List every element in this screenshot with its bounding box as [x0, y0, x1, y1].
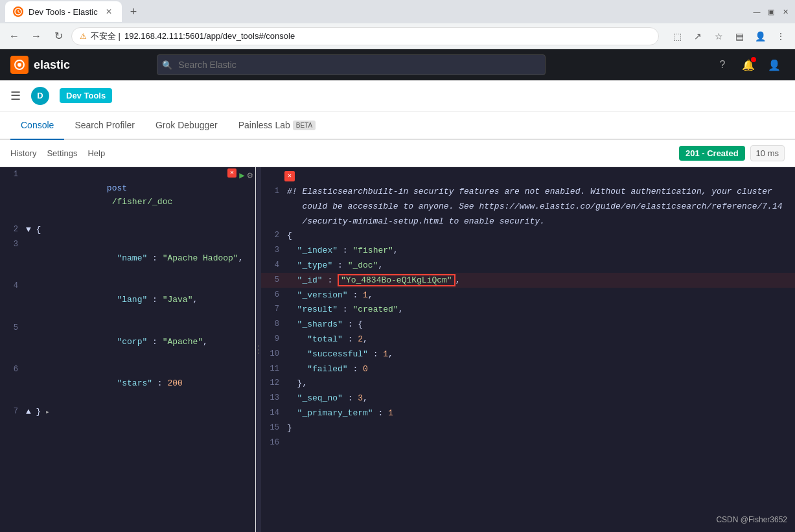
settings-button[interactable]: Settings — [47, 148, 77, 158]
notification-badge — [751, 57, 756, 62]
address-bar-icons: ⬚ ↗ ☆ ▤ 👤 ⋮ — [668, 27, 790, 45]
code-line-1: 1 post /fisher/_doc ✕ ▶ ⚙ — [0, 167, 255, 222]
elastic-icon — [10, 56, 29, 74]
code-line-7: 7 ▲ } ▸ — [0, 404, 255, 419]
url-bar[interactable]: ⚠ 不安全 | 192.168.42.111:5601/app/dev_tool… — [71, 27, 659, 45]
notifications-icon[interactable]: 🔔 — [738, 54, 759, 75]
tab-console[interactable]: Console — [10, 111, 64, 140]
code-line-2: 2 ▼ { — [0, 222, 255, 237]
response-error-icon: ✕ — [284, 171, 295, 181]
id-value-highlight: "Yo_4834Bo-eQ1KgLiQcm" — [338, 274, 455, 286]
resp-line-7: 7 "result" : "created", — [261, 302, 795, 317]
response-editor: ✕ 1 #! Elasticsearchbuilt-in security fe… — [261, 167, 795, 532]
resp-line-16: 16 — [261, 435, 795, 450]
resp-line-10: 10 "successful" : 1, — [261, 347, 795, 362]
resp-line-2: 2 { — [261, 228, 795, 243]
maximize-button[interactable]: ▣ — [766, 7, 776, 16]
help-button[interactable]: Help — [87, 148, 105, 158]
resp-line-1c: /security-minimal-setup.html to enable s… — [261, 214, 795, 229]
resp-line-13: 13 "_seq_no" : 3, — [261, 391, 795, 406]
toolbar-left: History Settings Help — [10, 148, 105, 158]
tab-painless-lab[interactable]: Painless Lab BETA — [228, 111, 327, 140]
back-button[interactable]: ← — [5, 27, 23, 45]
help-icon[interactable]: ? — [712, 54, 733, 75]
history-button[interactable]: History — [10, 148, 36, 158]
search-input[interactable] — [157, 54, 546, 75]
sidebar-toggle-button[interactable]: ☰ — [10, 89, 21, 103]
response-code-editor[interactable]: 1 #! Elasticsearchbuilt-in security feat… — [261, 184, 795, 532]
url-prefix: 不安全 | — [91, 30, 121, 42]
address-bar: ← → ↻ ⚠ 不安全 | 192.168.42.111:5601/app/de… — [0, 23, 795, 49]
status-badge: 201 - Created — [679, 146, 745, 161]
ms-badge: 10 ms — [750, 145, 785, 161]
profile-icon[interactable]: 👤 — [751, 27, 769, 45]
editors: 1 post /fisher/_doc ✕ ▶ ⚙ — [0, 167, 795, 532]
app-badge: Dev Tools — [60, 88, 112, 103]
forward-button[interactable]: → — [27, 27, 45, 45]
new-tab-button[interactable]: + — [124, 3, 143, 21]
console-area: History Settings Help 201 - Created 10 m… — [0, 140, 795, 532]
watermark: CSDN @Fisher3652 — [716, 515, 787, 524]
screen-capture-icon[interactable]: ⬚ — [668, 27, 686, 45]
panel-divider[interactable]: ⋮ — [256, 167, 261, 532]
dev-tools-tabs: Console Search Profiler Grok Debugger Pa… — [0, 111, 795, 140]
refresh-button[interactable]: ↻ — [49, 27, 67, 45]
resp-line-9: 9 "total" : 2, — [261, 332, 795, 347]
run-button[interactable]: ▶ — [239, 168, 244, 183]
request-code-editor[interactable]: 1 post /fisher/_doc ✕ ▶ ⚙ — [0, 167, 255, 532]
top-nav-icons: ? 🔔 👤 — [712, 54, 785, 75]
tab-close-button[interactable]: ✕ — [104, 6, 114, 17]
resp-line-1: 1 #! Elasticsearchbuilt-in security feat… — [261, 184, 795, 199]
tab-grok-debugger[interactable]: Grok Debugger — [145, 111, 228, 140]
resp-line-11: 11 "failed" : 0 — [261, 362, 795, 376]
beta-badge: BETA — [293, 121, 316, 130]
resp-line-4: 4 "_type" : "_doc", — [261, 258, 795, 273]
top-navigation: elastic 🔍 ? 🔔 👤 — [0, 49, 795, 80]
security-icon: ⚠ — [80, 32, 87, 41]
app: elastic 🔍 ? 🔔 👤 ☰ D Dev Tools — [0, 49, 795, 532]
resp-line-14: 14 "_primary_term" : 1 — [261, 406, 795, 421]
svg-point-2 — [17, 63, 21, 67]
menu-icon[interactable]: ⋮ — [772, 27, 790, 45]
d-avatar: D — [31, 87, 49, 105]
code-line-3: 3 "name" : "Apache Hadoop", — [0, 237, 255, 279]
elastic-wordmark: elastic — [34, 58, 70, 72]
url-text: 192.168.42.111:5601/app/dev_tools#/conso… — [124, 31, 295, 41]
code-line-4: 4 "lang" : "Java", — [0, 279, 255, 320]
tab-title: Dev Tools - Elastic — [29, 7, 98, 17]
resp-line-5: 5 "_id" : "Yo_4834Bo-eQ1KgLiQcm", — [261, 273, 795, 288]
resp-line-3: 3 "_index" : "fisher", — [261, 243, 795, 258]
minimize-button[interactable]: — — [752, 7, 761, 16]
close-button[interactable]: ✕ — [781, 7, 790, 16]
browser-title-bar: Dev Tools - Elastic ✕ + — ▣ ✕ — [0, 0, 795, 23]
bookmark-icon[interactable]: ☆ — [709, 27, 728, 45]
window-controls: — ▣ ✕ — [752, 7, 790, 16]
elastic-logo: elastic — [10, 56, 70, 74]
resp-line-1b: could be accessible to anyone. See https… — [261, 199, 795, 214]
tab-favicon — [13, 6, 23, 17]
tab-search-profiler[interactable]: Search Profiler — [64, 111, 145, 140]
user-avatar[interactable]: 👤 — [764, 54, 785, 75]
second-navigation: ☰ D Dev Tools — [0, 80, 795, 111]
resp-line-8: 8 "_shards" : { — [261, 317, 795, 332]
search-icon: 🔍 — [162, 60, 172, 70]
tools-button[interactable]: ⚙ — [248, 168, 253, 183]
resp-line-15: 15 } — [261, 421, 795, 435]
share-icon[interactable]: ↗ — [689, 27, 707, 45]
global-search[interactable]: 🔍 — [157, 54, 546, 75]
reader-mode-icon[interactable]: ▤ — [730, 27, 748, 45]
request-editor: 1 post /fisher/_doc ✕ ▶ ⚙ — [0, 167, 256, 532]
resp-line-12: 12 }, — [261, 376, 795, 391]
console-toolbar: History Settings Help 201 - Created 10 m… — [0, 140, 795, 167]
resp-line-6: 6 "_version" : 1, — [261, 288, 795, 303]
code-line-5: 5 "corp" : "Apache", — [0, 321, 255, 362]
error-icon-line1[interactable]: ✕ — [227, 168, 236, 178]
code-line-6: 6 "stars" : 200 — [0, 362, 255, 404]
browser-tab[interactable]: Dev Tools - Elastic ✕ — [5, 1, 122, 22]
